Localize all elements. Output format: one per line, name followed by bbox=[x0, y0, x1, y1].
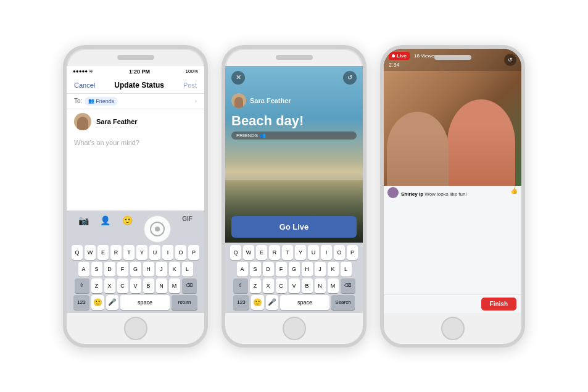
key-v[interactable]: V bbox=[130, 278, 141, 293]
p2-friends-badge[interactable]: FRIENDS 👥 bbox=[231, 131, 357, 140]
key-n[interactable]: N bbox=[156, 278, 167, 293]
friends-icon: 👥 bbox=[88, 98, 94, 104]
key-u[interactable]: U bbox=[149, 245, 160, 260]
p2-key-o[interactable]: O bbox=[334, 245, 345, 260]
p3-switch-camera-button[interactable]: ↺ bbox=[504, 54, 516, 66]
key-return[interactable]: return bbox=[172, 295, 197, 310]
p2-key-r[interactable]: R bbox=[269, 245, 280, 260]
p2-key-mic[interactable]: 🎤 bbox=[266, 295, 278, 310]
key-e[interactable]: E bbox=[97, 245, 109, 260]
p2-key-delete[interactable]: ⌫ bbox=[341, 278, 355, 293]
key-l[interactable]: L bbox=[182, 262, 193, 277]
p2-key-l[interactable]: L bbox=[341, 262, 352, 277]
key-i[interactable]: I bbox=[162, 245, 173, 260]
p2-key-d[interactable]: D bbox=[263, 262, 274, 277]
phone2-home-button[interactable] bbox=[283, 317, 306, 340]
p2-key-c[interactable]: C bbox=[276, 278, 287, 293]
phone-vol-btn1 bbox=[63, 98, 65, 115]
p2-close-button[interactable]: ✕ bbox=[231, 71, 245, 85]
key-space[interactable]: space bbox=[120, 295, 170, 310]
key-c[interactable]: C bbox=[117, 278, 128, 293]
p3-main: Live 18 Viewers 2:34 ↺ fun! Enjoy it. bbox=[384, 49, 521, 313]
p2-key-g[interactable]: G bbox=[289, 262, 300, 277]
key-o[interactable]: O bbox=[175, 245, 186, 260]
key-y[interactable]: Y bbox=[136, 245, 147, 260]
p2-key-q[interactable]: Q bbox=[230, 245, 241, 260]
key-delete[interactable]: ⌫ bbox=[182, 278, 197, 293]
key-h[interactable]: H bbox=[143, 262, 154, 277]
friends-badge[interactable]: 👥 Friends bbox=[85, 97, 118, 106]
p2-key-m[interactable]: M bbox=[328, 278, 339, 293]
key-123[interactable]: 123 bbox=[73, 295, 89, 310]
p2-key-search[interactable]: Search bbox=[331, 295, 355, 310]
p2-key-y[interactable]: Y bbox=[295, 245, 306, 260]
key-x[interactable]: X bbox=[104, 278, 115, 293]
p2-friends-icon: 👥 bbox=[260, 133, 266, 138]
p2-key-space[interactable]: space bbox=[280, 295, 329, 310]
p2-kb-row-bottom: 123 🙂 🎤 space Search bbox=[226, 295, 362, 310]
p2-key-f[interactable]: F bbox=[276, 262, 287, 277]
key-d[interactable]: D bbox=[104, 262, 115, 277]
gif-icon[interactable]: GIF bbox=[182, 215, 193, 243]
key-j[interactable]: J bbox=[156, 262, 167, 277]
like-icon-shirley[interactable]: 👍 bbox=[510, 187, 518, 194]
camera-icon[interactable]: 📷 bbox=[78, 215, 89, 243]
key-b[interactable]: B bbox=[143, 278, 154, 293]
key-w[interactable]: W bbox=[85, 245, 96, 260]
key-a[interactable]: A bbox=[78, 262, 89, 277]
key-t[interactable]: T bbox=[123, 245, 135, 260]
p2-key-b[interactable]: B bbox=[302, 278, 313, 293]
p2-key-p[interactable]: P bbox=[347, 245, 358, 260]
p2-key-t[interactable]: T bbox=[282, 245, 293, 260]
phone-1: ●●●●● ≋ 1:20 PM 100% Cancel Update Statu… bbox=[63, 45, 208, 348]
key-q[interactable]: Q bbox=[72, 245, 83, 260]
p2-key-w[interactable]: W bbox=[243, 245, 254, 260]
key-emoji[interactable]: 🙂 bbox=[91, 295, 104, 310]
cancel-button[interactable]: Cancel bbox=[74, 81, 95, 89]
phone2-vol-btn1 bbox=[222, 98, 223, 115]
key-shift[interactable]: ⇧ bbox=[75, 278, 89, 293]
person-icon[interactable]: 👤 bbox=[100, 215, 110, 243]
phone2-live-screen: ✕ ↺ Sara Feather Beach day! FRIENDS 👥 bbox=[225, 66, 363, 243]
p2-key-h[interactable]: H bbox=[302, 262, 313, 277]
p2-key-n[interactable]: N bbox=[315, 278, 326, 293]
status-input[interactable]: What's on your mind? bbox=[67, 134, 204, 151]
key-mic[interactable]: 🎤 bbox=[106, 295, 118, 310]
p2-key-v[interactable]: V bbox=[289, 278, 300, 293]
phone1-keyboard: 📷 👤 🙂 GIF Q W E R T bbox=[67, 211, 204, 313]
p2-key-i[interactable]: I bbox=[321, 245, 332, 260]
phone3-vol-btn2 bbox=[380, 120, 382, 138]
p2-key-a[interactable]: A bbox=[237, 262, 248, 277]
key-k[interactable]: K bbox=[169, 262, 180, 277]
live-circle-highlight[interactable] bbox=[144, 215, 171, 243]
username: Sara Feather bbox=[96, 118, 138, 125]
key-s[interactable]: S bbox=[91, 262, 102, 277]
key-r[interactable]: R bbox=[110, 245, 122, 260]
p2-key-emoji[interactable]: 🙂 bbox=[251, 295, 264, 310]
key-g[interactable]: G bbox=[130, 262, 141, 277]
home-button[interactable] bbox=[124, 317, 147, 340]
phone3-home-button[interactable] bbox=[441, 317, 465, 340]
p2-key-k[interactable]: K bbox=[328, 262, 339, 277]
finish-button[interactable]: Finish bbox=[481, 298, 516, 311]
p2-key-z[interactable]: Z bbox=[250, 278, 261, 293]
selfie-person-woman bbox=[447, 99, 515, 186]
p2-key-s[interactable]: S bbox=[250, 262, 261, 277]
p2-key-u[interactable]: U bbox=[308, 245, 319, 260]
post-button[interactable]: Post bbox=[183, 81, 197, 89]
key-z[interactable]: Z bbox=[91, 278, 102, 293]
p2-key-x[interactable]: X bbox=[263, 278, 274, 293]
phone-3: Live 18 Viewers 2:34 ↺ fun! Enjoy it. bbox=[380, 45, 525, 348]
p2-key-j[interactable]: J bbox=[315, 262, 326, 277]
p2-kb-row-3: ⇧ Z X C V B N M ⌫ bbox=[226, 278, 362, 293]
p2-key-123[interactable]: 123 bbox=[233, 295, 249, 310]
p2-switch-camera-button[interactable]: ↺ bbox=[343, 71, 357, 85]
p2-key-shift[interactable]: ⇧ bbox=[233, 278, 248, 293]
p2-key-e[interactable]: E bbox=[256, 245, 267, 260]
kb-row-3: ⇧ Z X C V B N M ⌫ bbox=[68, 278, 203, 293]
key-m[interactable]: M bbox=[169, 278, 180, 293]
emoji-icon[interactable]: 🙂 bbox=[122, 215, 133, 243]
key-p[interactable]: P bbox=[188, 245, 199, 260]
key-f[interactable]: F bbox=[117, 262, 128, 277]
go-live-button[interactable]: Go Live bbox=[231, 216, 357, 238]
